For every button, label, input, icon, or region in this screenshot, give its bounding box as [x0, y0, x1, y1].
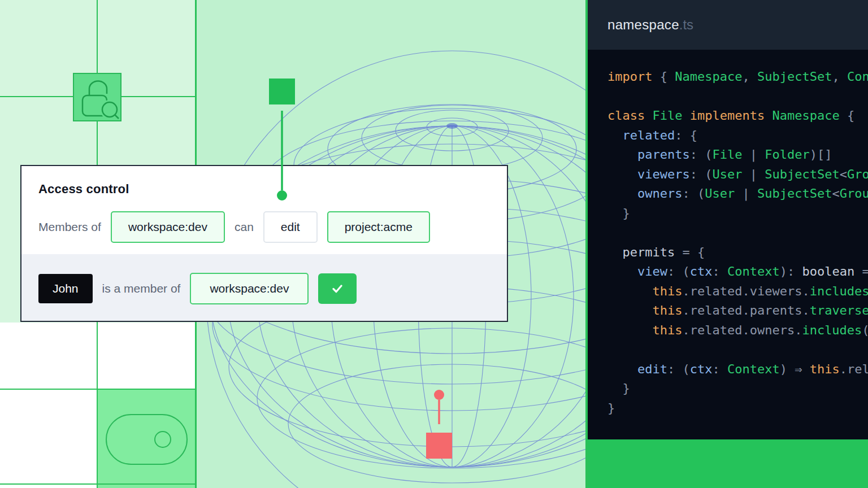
group-chip[interactable]: workspace:dev	[190, 273, 309, 304]
grid-cell-green	[97, 389, 195, 488]
confirm-check-button[interactable]	[318, 273, 357, 304]
toggle-pill-icon	[106, 414, 188, 465]
hero-graphic: Access control Members of workspace:dev …	[0, 0, 868, 488]
access-control-card: Access control Members of workspace:dev …	[20, 165, 508, 322]
editor-titlebar: namespace.ts	[588, 0, 868, 50]
grid-line-horizontal	[0, 389, 197, 390]
code-block: import { Namespace, SubjectSet, Context …	[588, 50, 868, 418]
check-icon	[331, 282, 344, 295]
rule-prefix-label: Members of	[38, 220, 101, 234]
lock-search-icon	[73, 73, 121, 121]
grid-line-horizontal	[0, 483, 197, 485]
panel-divider	[585, 0, 588, 488]
rule-verb-label: can	[235, 220, 254, 234]
grid-cell-white	[0, 389, 97, 488]
card-title: Access control	[38, 182, 129, 197]
object-chip[interactable]: project:acme	[327, 211, 430, 243]
permission-rule-row: Members of workspace:dev can edit projec…	[38, 211, 430, 243]
code-editor-panel: namespace.ts import { Namespace, Subject…	[588, 0, 868, 439]
relation-label: is a member of	[102, 282, 181, 295]
file-name: namespace	[607, 17, 679, 33]
membership-check-row: John is a member of workspace:dev	[38, 273, 357, 304]
user-chip[interactable]: John	[38, 274, 93, 303]
file-extension: .ts	[679, 17, 693, 33]
action-chip[interactable]: edit	[263, 211, 318, 243]
toggle-knob-icon	[154, 431, 171, 448]
footer-accent-bar	[588, 439, 868, 488]
globe-pole-dot	[446, 123, 458, 129]
lock-search-glyph	[74, 74, 120, 120]
subject-chip[interactable]: workspace:dev	[111, 211, 225, 243]
